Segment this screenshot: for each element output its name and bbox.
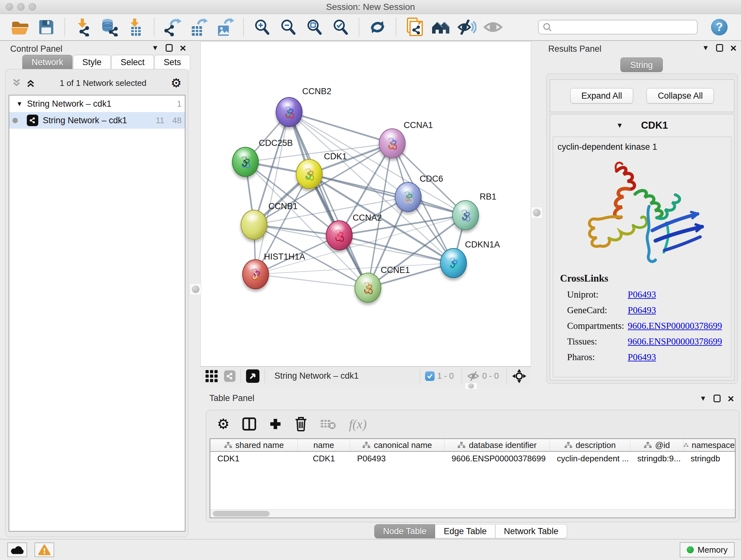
network-row[interactable]: String Network – cdk1 11 48	[9, 112, 185, 129]
crosslink-link[interactable]: P06493	[628, 289, 656, 300]
crosslink-link[interactable]: 9606.ENSP00000378699	[628, 320, 722, 331]
zoom-selected-button[interactable]	[330, 17, 351, 37]
cell-database-identifier[interactable]: 9606.ENSP00000378699	[445, 452, 550, 465]
tab-select[interactable]: Select	[111, 55, 154, 70]
export-network-button[interactable]	[162, 17, 183, 37]
collapse-all-button[interactable]: Collapse All	[647, 88, 714, 104]
open-folder-button[interactable]	[10, 17, 30, 37]
column-header-shared-name[interactable]: shared name	[210, 439, 298, 451]
save-session-button[interactable]	[36, 17, 57, 37]
scrollbar-thumb[interactable]	[213, 511, 270, 516]
gear-icon[interactable]: ⚙	[171, 77, 182, 89]
navigate-crosshair-icon[interactable]	[512, 369, 527, 383]
panel-float-icon[interactable]	[716, 44, 723, 52]
search-input[interactable]	[555, 22, 693, 32]
delete-column-icon[interactable]	[294, 417, 307, 431]
panel-menu-caret-icon[interactable]: ▼	[151, 44, 158, 51]
bottom-splitter-handle[interactable]	[465, 382, 477, 389]
cell-description[interactable]: cyclin-dependent ...	[550, 452, 630, 465]
main-toolbar: ?	[0, 14, 741, 41]
cell-shared-name[interactable]: CDK1	[210, 452, 298, 465]
cloud-button[interactable]	[7, 543, 27, 557]
tab-sets[interactable]: Sets	[154, 55, 190, 70]
panel-close-icon[interactable]: ×	[728, 395, 734, 402]
column-header-namespace[interactable]: namespace	[684, 439, 735, 451]
tab-node-table[interactable]: Node Table	[374, 524, 435, 538]
tab-style[interactable]: Style	[73, 55, 111, 70]
panel-float-icon[interactable]	[165, 44, 173, 52]
tab-edge-table[interactable]: Edge Table	[435, 524, 495, 538]
birdseye-toggle-icon[interactable]	[246, 369, 259, 383]
network-node-ccne1[interactable]	[354, 273, 381, 303]
network-node-rb1[interactable]	[452, 200, 479, 230]
table-row[interactable]: CDK1CDK1P064939606.ENSP00000378699cyclin…	[210, 452, 735, 465]
network-node-cdkn1a[interactable]	[440, 248, 467, 278]
tab-network[interactable]: Network	[22, 55, 72, 70]
right-splitter-handle[interactable]	[531, 207, 542, 219]
network-collection-row[interactable]: ▼ String Network – cdk1 1	[9, 96, 185, 112]
crosslink-link[interactable]: P06493	[628, 305, 656, 315]
column-header-name[interactable]: name	[298, 439, 350, 451]
help-icon: ?	[716, 20, 723, 34]
network-node-ccnb1[interactable]	[241, 210, 267, 240]
export-image-button[interactable]	[215, 17, 235, 37]
network-node-ccna2[interactable]	[326, 220, 353, 250]
cell-name[interactable]: CDK1	[298, 452, 350, 465]
network-node-cdk1[interactable]	[296, 159, 323, 189]
panel-float-icon[interactable]	[714, 395, 721, 402]
collapse-all-icon[interactable]	[12, 78, 21, 88]
hidden-eye-icon[interactable]	[467, 371, 480, 381]
tree-expand-caret-icon[interactable]: ▼	[16, 100, 23, 108]
panel-menu-caret-icon[interactable]: ▼	[699, 395, 706, 402]
left-splitter-handle[interactable]	[190, 284, 201, 295]
expand-all-button[interactable]: Expand All	[570, 88, 633, 104]
panel-close-icon[interactable]: ×	[180, 44, 186, 52]
open-cybrowser-button[interactable]	[430, 17, 451, 37]
delete-table-icon[interactable]	[320, 418, 336, 430]
expand-all-icon[interactable]	[26, 78, 36, 88]
cell-canonical-name[interactable]: P06493	[350, 452, 445, 465]
section-collapse-caret-icon[interactable]: ▼	[616, 122, 623, 129]
split-columns-icon[interactable]	[242, 417, 256, 431]
table-gear-icon[interactable]: ⚙	[217, 417, 229, 431]
function-builder-icon[interactable]: f(x)	[349, 417, 367, 432]
network-canvas[interactable]: CCNB2CCNA1CDC25BCDK1CDC6RB1CCNB1CCNA2CDK…	[200, 42, 531, 367]
column-header--id[interactable]: @id	[630, 439, 684, 451]
show-graphics-details-button[interactable]	[483, 17, 503, 37]
network-node-ccna1[interactable]	[379, 128, 406, 159]
zoom-fit-button[interactable]	[304, 17, 325, 37]
table-hscrollbar[interactable]	[210, 509, 735, 517]
crosslink-link[interactable]: P06493	[628, 352, 656, 362]
column-header-canonical-name[interactable]: canonical name	[350, 439, 445, 451]
network-node-cdc25b[interactable]	[232, 147, 259, 177]
share-view-icon[interactable]	[224, 370, 235, 382]
hide-graphics-details-button[interactable]	[457, 17, 477, 37]
network-node-cdc6[interactable]	[395, 182, 421, 212]
column-header-description[interactable]: description	[550, 439, 630, 451]
import-table-from-file-button[interactable]	[125, 17, 146, 37]
help-button[interactable]: ?	[711, 19, 728, 36]
apply-preferred-layout-button[interactable]	[367, 17, 388, 37]
selected-checkbox[interactable]	[425, 371, 434, 381]
grid-view-icon[interactable]	[205, 369, 218, 383]
memory-button[interactable]: Memory	[680, 542, 735, 557]
tab-string[interactable]: String	[620, 57, 663, 72]
import-network-from-database-button[interactable]	[99, 17, 120, 37]
cell-namespace[interactable]: stringdb	[684, 452, 735, 465]
title-bar: Session: New Session	[0, 0, 741, 14]
warning-button[interactable]	[35, 543, 54, 557]
panel-menu-caret-icon[interactable]: ▼	[702, 44, 709, 51]
export-table-button[interactable]	[189, 17, 209, 37]
import-network-from-file-button[interactable]	[73, 17, 93, 37]
add-column-icon[interactable]	[269, 418, 282, 430]
column-header-database-identifier[interactable]: database identifier	[445, 439, 550, 451]
panel-close-icon[interactable]: ×	[730, 44, 737, 52]
zoom-out-button[interactable]	[278, 17, 298, 37]
network-node-hist1h1a[interactable]	[242, 259, 269, 289]
cell--id[interactable]: stringdb:9...	[630, 452, 684, 465]
zoom-in-button[interactable]	[252, 17, 272, 37]
network-node-ccnb2[interactable]	[276, 97, 302, 127]
new-network-from-selection-button[interactable]	[404, 17, 425, 37]
crosslink-link[interactable]: 9606.ENSP00000378699	[628, 336, 722, 347]
tab-network-table[interactable]: Network Table	[495, 524, 567, 538]
